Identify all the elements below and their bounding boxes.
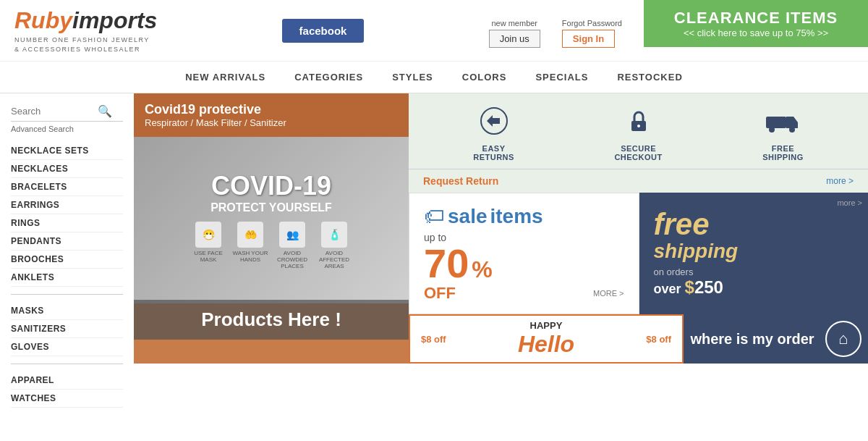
free-ship-more-link[interactable]: more > bbox=[837, 198, 862, 207]
search-icon[interactable]: 🔍 bbox=[98, 104, 112, 118]
sale-header: 🏷 sale items bbox=[424, 204, 624, 228]
where-order-box[interactable]: where is my order ⌂ bbox=[684, 314, 868, 364]
hero-title: Covid19 protective Respirator / Mask Fil… bbox=[134, 93, 409, 137]
shipping-label: FREESHIPPING bbox=[762, 144, 804, 161]
content-area: Covid19 protective Respirator / Mask Fil… bbox=[134, 93, 868, 408]
percent-sign: % bbox=[472, 256, 492, 283]
request-return-link[interactable]: Request Return bbox=[423, 175, 498, 187]
covid-main-text: COVID-19 bbox=[211, 171, 331, 201]
feature-free-shipping: FREESHIPPING bbox=[762, 106, 804, 161]
clearance-subtitle: << click here to save up to 75% >> bbox=[655, 28, 856, 38]
right-panel: EASYRETURNS SECURECHECKOUT FREESHIPPING bbox=[409, 93, 868, 364]
eight-off-left: $8 off bbox=[421, 334, 446, 345]
nav-styles[interactable]: STYLES bbox=[392, 72, 433, 83]
nav-categories[interactable]: CATEGORIES bbox=[294, 72, 363, 83]
clearance-title: CLEARANCE ITEMS bbox=[655, 9, 856, 28]
sale-label: sale bbox=[448, 205, 488, 228]
icon-crowded: 👥 AVOID CROWDED PLACES bbox=[274, 222, 310, 269]
logo-tagline: NUMBER ONE FASHION JEWELRY & ACCESSORIES… bbox=[14, 35, 157, 54]
nav-specials[interactable]: SPECIALS bbox=[535, 72, 588, 83]
sidebar-item-brooches[interactable]: BROOCHES bbox=[11, 251, 123, 269]
advanced-search-link[interactable]: Advanced Search bbox=[11, 125, 123, 133]
free-shipping-box[interactable]: more > free shipping on orders over $250 bbox=[639, 193, 869, 314]
covid-content: COVID-19 PROTECT YOURSELF 😷 USE FACE MAS… bbox=[134, 137, 409, 303]
sidebar-item-bracelets[interactable]: BRACELETS bbox=[11, 178, 123, 196]
shipping-text: shipping bbox=[654, 240, 854, 263]
promo-row: 🏷 sale items up to 70 % OFF MORE > bbox=[409, 193, 868, 314]
sidebar-item-apparel[interactable]: APPAREL bbox=[11, 371, 123, 390]
nav-restocked[interactable]: RESTOCKED bbox=[617, 72, 682, 83]
sale-percent: 70 bbox=[424, 243, 469, 284]
facebook-button[interactable]: facebook bbox=[282, 19, 365, 43]
search-box: 🔍 bbox=[11, 104, 123, 122]
tag-icon: 🏷 bbox=[424, 204, 444, 228]
svg-point-5 bbox=[789, 127, 795, 133]
happy-text: HAPPY bbox=[518, 320, 574, 331]
feature-secure-checkout: SECURECHECKOUT bbox=[614, 106, 662, 161]
home-icon-circle: ⌂ bbox=[825, 321, 861, 357]
sidebar-item-anklets[interactable]: ANKLETS bbox=[11, 269, 123, 287]
over-amount: $250 bbox=[685, 277, 723, 297]
sign-in-section: Forgot Password Sign In bbox=[562, 19, 622, 48]
logo-imports-text: imports bbox=[72, 7, 157, 33]
join-button[interactable]: Join us bbox=[489, 30, 540, 48]
sidebar-item-sanitizers[interactable]: SANITIZERS bbox=[11, 320, 123, 338]
sale-off-label: OFF bbox=[424, 284, 456, 303]
sidebar-item-pendants[interactable]: PENDANTS bbox=[11, 232, 123, 251]
sidebar-item-necklaces[interactable]: NECKLACES bbox=[11, 160, 123, 178]
sale-box[interactable]: 🏷 sale items up to 70 % OFF MORE > bbox=[409, 193, 639, 314]
eight-off-right: $8 off bbox=[646, 334, 671, 345]
new-member-section: new member Join us bbox=[489, 19, 540, 48]
hero-banner[interactable]: Covid19 protective Respirator / Mask Fil… bbox=[134, 93, 409, 364]
mask-icon: 😷 bbox=[195, 222, 221, 248]
header-center: facebook bbox=[157, 19, 488, 43]
icon-mask-label: USE FACE MASK bbox=[190, 250, 226, 263]
sale-more-link[interactable]: MORE > bbox=[593, 289, 624, 298]
new-member-label: new member bbox=[489, 19, 540, 28]
area-icon: 🧴 bbox=[321, 222, 347, 248]
sale-off-row: OFF MORE > bbox=[424, 284, 624, 303]
sidebar-item-rings[interactable]: RINGS bbox=[11, 214, 123, 232]
hero-banner-inner: Covid19 protective Respirator / Mask Fil… bbox=[134, 93, 409, 340]
hello-sale-box[interactable]: $8 off HAPPY Hello $8 off bbox=[409, 314, 684, 364]
forgot-label: Forgot Password bbox=[562, 19, 622, 28]
top-content-row: Covid19 protective Respirator / Mask Fil… bbox=[134, 93, 868, 364]
items-label: items bbox=[490, 205, 543, 228]
sidebar-item-necklace-sets[interactable]: NECKLACE SETS bbox=[11, 142, 123, 160]
hero-subtitle-text: Respirator / Mask Filter / Sanitizer bbox=[145, 117, 398, 128]
features-row: EASYRETURNS SECURECHECKOUT FREESHIPPING bbox=[409, 93, 868, 169]
sidebar-item-watches[interactable]: WATCHES bbox=[11, 390, 123, 408]
search-input[interactable] bbox=[11, 106, 98, 117]
svg-rect-3 bbox=[766, 117, 786, 128]
bottom-row: $8 off HAPPY Hello $8 off where is my or… bbox=[409, 314, 868, 364]
nav-new-arrivals[interactable]: NEW ARRIVALS bbox=[185, 72, 265, 83]
sign-in-button[interactable]: Sign In bbox=[562, 30, 615, 48]
sidebar-divider-2 bbox=[11, 364, 123, 364]
icon-wash-label: WASH YOUR HANDS bbox=[232, 250, 268, 263]
truck-icon bbox=[762, 106, 804, 140]
sale-amount: 70 % bbox=[424, 243, 624, 284]
svg-point-4 bbox=[769, 127, 775, 133]
feature-easy-returns: EASYRETURNS bbox=[473, 106, 514, 161]
sidebar-item-gloves[interactable]: GLOVES bbox=[11, 338, 123, 356]
sidebar: 🔍 Advanced Search NECKLACE SETS NECKLACE… bbox=[0, 93, 134, 408]
logo-area: Rubyimports NUMBER ONE FASHION JEWELRY &… bbox=[14, 7, 157, 54]
wash-icon: 🤲 bbox=[237, 222, 263, 248]
icon-area: 🧴 AVOID AFFECTED AREAS bbox=[316, 222, 352, 269]
covid-icon-row: 😷 USE FACE MASK 🤲 WASH YOUR HANDS 👥 AVOI… bbox=[190, 222, 352, 269]
secure-label: SECURECHECKOUT bbox=[614, 144, 662, 161]
lock-icon bbox=[614, 106, 662, 140]
where-order-text: where is my order bbox=[690, 331, 814, 348]
over-text: over $250 bbox=[654, 277, 854, 298]
covid-protect-text: PROTECT YOURSELF bbox=[210, 201, 332, 214]
sidebar-item-earrings[interactable]: EARRINGS bbox=[11, 196, 123, 214]
clearance-banner[interactable]: CLEARANCE ITEMS << click here to save up… bbox=[644, 0, 868, 47]
icon-mask: 😷 USE FACE MASK bbox=[190, 222, 226, 269]
on-orders-text: on orders bbox=[654, 266, 854, 277]
hero-title-text: Covid19 protective bbox=[145, 102, 398, 117]
logo-ruby-text: Ruby bbox=[14, 7, 72, 33]
features-more-link[interactable]: more > bbox=[826, 176, 854, 186]
nav-colors[interactable]: COLORS bbox=[462, 72, 507, 83]
crowded-icon: 👥 bbox=[279, 222, 305, 248]
sidebar-item-masks[interactable]: MASKS bbox=[11, 302, 123, 320]
